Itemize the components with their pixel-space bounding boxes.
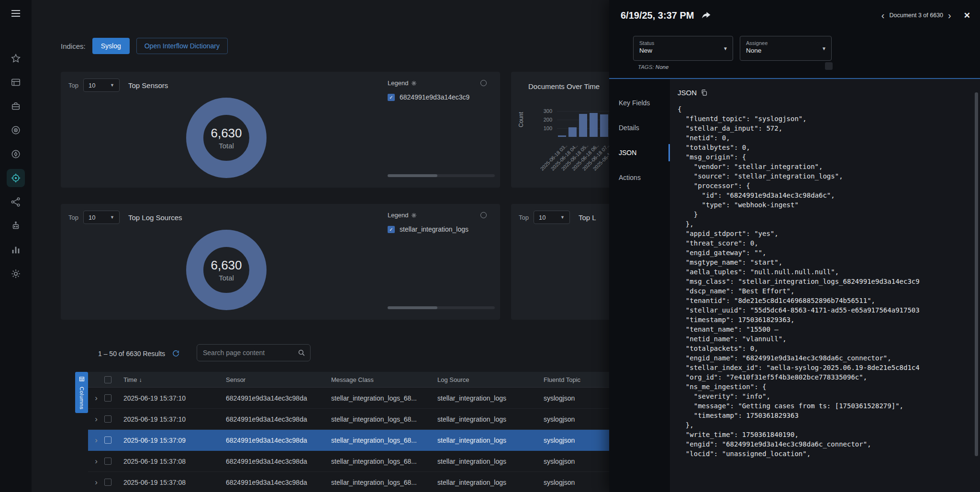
sidebar-item-investigate[interactable] bbox=[7, 169, 25, 187]
scrollbar-thumb[interactable] bbox=[388, 306, 437, 309]
header-message-class[interactable]: Message Class bbox=[331, 376, 437, 383]
sidebar-item-settings[interactable] bbox=[7, 265, 25, 283]
cell-sensor: 6824991e9d3a14ec3c98da bbox=[226, 394, 331, 402]
next-document-button[interactable]: › bbox=[948, 11, 951, 20]
top-log-sources-donut[interactable]: 6,630 Total bbox=[186, 230, 267, 310]
legend-checkbox[interactable]: ✓ bbox=[388, 226, 395, 233]
detail-corner-checkbox[interactable] bbox=[825, 62, 833, 70]
tab-details[interactable]: Details bbox=[609, 115, 670, 140]
legend-title: Legend bbox=[388, 212, 408, 219]
sidebar-item-explore[interactable] bbox=[7, 145, 25, 163]
hamburger-icon bbox=[10, 8, 22, 19]
sidebar-item-automation[interactable] bbox=[7, 217, 25, 235]
select-all-checkbox[interactable] bbox=[104, 376, 111, 383]
previous-document-button[interactable]: ‹ bbox=[881, 11, 885, 20]
syslog-button[interactable]: Syslog bbox=[92, 38, 130, 54]
cell-message-class: stellar_integration_logs_68... bbox=[331, 394, 437, 402]
y-tick-label: 300 bbox=[536, 108, 552, 114]
legend-gear-icon[interactable] bbox=[411, 212, 417, 218]
row-expand-chevron[interactable]: › bbox=[95, 394, 98, 402]
columns-button[interactable]: Columns bbox=[75, 372, 88, 413]
top-count-select[interactable]: 10▼ bbox=[83, 78, 120, 92]
sidebar-item-cases[interactable] bbox=[7, 97, 25, 115]
json-scrollbar-thumb[interactable] bbox=[975, 92, 978, 456]
bar[interactable] bbox=[600, 114, 608, 137]
row-checkbox[interactable] bbox=[104, 415, 111, 423]
cell-fluentd-topic: syslogjson bbox=[544, 458, 610, 465]
legend-scrollbar[interactable] bbox=[388, 174, 495, 177]
refresh-button[interactable] bbox=[172, 349, 180, 358]
panel-title: Top Sensors bbox=[128, 81, 168, 89]
header-fluentd-topic[interactable]: Fluentd Topic bbox=[544, 376, 610, 383]
legend-item[interactable]: ✓ stellar_integration_logs bbox=[388, 225, 492, 233]
legend: Legend ✓ stellar_integration_logs bbox=[388, 212, 492, 233]
header-sensor[interactable]: Sensor bbox=[226, 376, 331, 383]
sidebar-item-connections[interactable] bbox=[7, 193, 25, 211]
tab-json[interactable]: JSON bbox=[609, 140, 670, 165]
tags-value: None bbox=[656, 64, 669, 70]
status-label: Status bbox=[639, 40, 720, 46]
header-time[interactable]: Time↓ bbox=[123, 376, 226, 383]
close-icon[interactable]: ✕ bbox=[964, 11, 970, 21]
row-checkbox[interactable] bbox=[104, 436, 111, 444]
cell-log-source: stellar_integration_logs bbox=[437, 394, 544, 402]
legend-checkbox[interactable]: ✓ bbox=[388, 94, 395, 101]
row-expand-chevron[interactable]: › bbox=[95, 436, 98, 444]
legend-radio[interactable] bbox=[480, 212, 487, 218]
table-row[interactable]: › 2025-06-19 15:37:09 6824991e9d3a14ec3c… bbox=[88, 430, 610, 451]
cell-message-class: stellar_integration_logs_68... bbox=[331, 458, 437, 465]
sidebar-item-reports[interactable] bbox=[7, 241, 25, 259]
y-tick-label: 200 bbox=[536, 117, 552, 123]
cell-fluentd-topic: syslogjson bbox=[544, 436, 610, 444]
top-sensors-donut[interactable]: 6,630 Total bbox=[186, 98, 267, 178]
sort-desc-icon: ↓ bbox=[139, 377, 142, 383]
bar[interactable] bbox=[558, 135, 566, 137]
sidebar-item-favorites[interactable] bbox=[7, 49, 25, 67]
copy-icon[interactable] bbox=[701, 89, 708, 96]
table-row[interactable]: › 2025-06-19 15:37:10 6824991e9d3a14ec3c… bbox=[88, 388, 610, 409]
top-log-sources-panel: Top 10▼ Top Log Sources 6,630 Total Lege… bbox=[61, 204, 500, 320]
cell-message-class: stellar_integration_logs_68... bbox=[331, 479, 437, 486]
assignee-dropdown[interactable]: Assignee None ▼ bbox=[740, 36, 832, 61]
tags-row: TAGS: None bbox=[638, 64, 668, 70]
row-checkbox[interactable] bbox=[104, 479, 111, 486]
legend: Legend ✓ 6824991e9d3a14ec3c9 bbox=[388, 79, 492, 101]
legend-item[interactable]: ✓ 6824991e9d3a14ec3c9 bbox=[388, 93, 492, 101]
chevron-down-icon: ▼ bbox=[723, 46, 728, 51]
bar[interactable] bbox=[590, 113, 598, 137]
search-input[interactable] bbox=[203, 349, 298, 357]
open-interflow-dictionary-button[interactable]: Open Interflow Dictionary bbox=[136, 38, 228, 54]
sidebar-item-dashboards[interactable] bbox=[7, 73, 25, 91]
donut-center: 6,630 Total bbox=[186, 230, 267, 310]
tab-key-fields[interactable]: Key Fields bbox=[609, 90, 670, 115]
tab-actions[interactable]: Actions bbox=[609, 165, 670, 190]
row-checkbox[interactable] bbox=[104, 458, 111, 465]
cell-message-class: stellar_integration_logs_68... bbox=[331, 436, 437, 444]
legend-gear-icon[interactable] bbox=[411, 80, 417, 86]
bar[interactable] bbox=[568, 127, 577, 137]
legend-scrollbar[interactable] bbox=[388, 306, 495, 309]
donut-center: 6,630 Total bbox=[186, 98, 267, 178]
row-expand-chevron[interactable]: › bbox=[95, 457, 98, 465]
scrollbar-thumb[interactable] bbox=[388, 174, 437, 177]
status-dropdown[interactable]: Status New ▼ bbox=[633, 36, 733, 61]
donut-total-label: Total bbox=[219, 142, 234, 150]
chevron-down-icon: ▼ bbox=[110, 83, 114, 88]
row-checkbox[interactable] bbox=[104, 394, 111, 402]
document-timestamp: 6/19/25, 3:37 PM bbox=[621, 10, 694, 21]
table-row[interactable]: › 2025-06-19 15:37:08 6824991e9d3a14ec3c… bbox=[88, 451, 610, 472]
header-log-source[interactable]: Log Source bbox=[437, 376, 544, 383]
row-expand-chevron[interactable]: › bbox=[95, 415, 98, 423]
table-row[interactable]: › 2025-06-19 15:37:10 6824991e9d3a14ec3c… bbox=[88, 409, 610, 430]
share-icon[interactable] bbox=[701, 10, 712, 21]
top-count-select[interactable]: 10▼ bbox=[534, 211, 570, 224]
top-count-select[interactable]: 10▼ bbox=[83, 211, 120, 224]
bar[interactable] bbox=[579, 114, 587, 137]
menu-button[interactable] bbox=[10, 8, 22, 19]
dashboard-icon bbox=[11, 77, 21, 88]
sidebar-item-detections[interactable] bbox=[7, 121, 25, 139]
legend-radio[interactable] bbox=[480, 80, 487, 86]
cell-log-source: stellar_integration_logs bbox=[437, 479, 544, 486]
table-row[interactable]: › 2025-06-19 15:37:08 6824991e9d3a14ec3c… bbox=[88, 472, 610, 492]
row-expand-chevron[interactable]: › bbox=[95, 478, 98, 486]
